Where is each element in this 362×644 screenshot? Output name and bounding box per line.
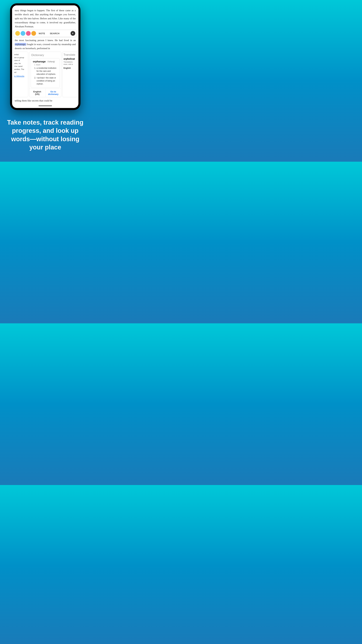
color-blue-button[interactable] bbox=[21, 31, 25, 36]
highlight-toolbar: NOTE SEARCH bbox=[14, 30, 77, 37]
dictionary-def-2: <archaic> the state or condition of bein… bbox=[36, 76, 58, 85]
tagline-text: Take notes, track reading progress, and … bbox=[5, 118, 85, 152]
panels-row: ential ion or group care of who, for t b… bbox=[12, 52, 78, 98]
left-panel: ential ion or group care of who, for t b… bbox=[13, 52, 28, 97]
translate-language-button[interactable]: English bbox=[63, 67, 76, 69]
book-text-middle: the most fascinating person I knew. He h… bbox=[12, 38, 78, 50]
dictionary-panel: Dictionary orphanage /'ôrfenij/ I. noun … bbox=[29, 52, 61, 97]
book-text-before-highlight: the most fascinating person I knew. He h… bbox=[15, 39, 76, 42]
highlighted-word[interactable]: orphanage, bbox=[15, 43, 26, 46]
color-yellow-button[interactable] bbox=[15, 31, 20, 36]
phone-container: nary things began to happen. The first o… bbox=[0, 0, 90, 110]
note-button[interactable]: NOTE bbox=[37, 32, 47, 36]
dictionary-def-1: a residential institution for the care a… bbox=[36, 66, 58, 76]
book-text-top: nary things began to happen. The first o… bbox=[12, 5, 78, 28]
svg-marker-0 bbox=[72, 33, 73, 34]
left-panel-text: ential ion or group care of who, for t b… bbox=[14, 53, 27, 74]
translations-description: Translations more, visit w bbox=[63, 61, 76, 66]
translated-word: orphelinat bbox=[63, 58, 76, 60]
dictionary-language-button[interactable]: English (US) bbox=[29, 89, 45, 97]
phone-bottom-bar bbox=[12, 105, 78, 108]
dictionary-pronunciation: /'ôrfenij/ bbox=[47, 60, 55, 63]
home-indicator bbox=[38, 106, 52, 106]
more-options-button[interactable] bbox=[70, 31, 75, 36]
dictionary-pos: I. noun bbox=[34, 64, 58, 66]
go-to-dictionary-button[interactable]: Go to dictionary bbox=[45, 89, 61, 97]
book-text-bottom: telling them like secrets that could be bbox=[12, 98, 78, 105]
dictionary-word-line: orphanage /'ôrfenij/ bbox=[33, 60, 58, 63]
phone-frame: nary things began to happen. The first o… bbox=[10, 3, 80, 110]
phone-screen: nary things began to happen. The first o… bbox=[12, 5, 78, 108]
dictionary-header: Dictionary bbox=[29, 52, 61, 58]
dictionary-word: orphanage bbox=[33, 60, 46, 63]
color-orange-button[interactable] bbox=[31, 31, 36, 36]
color-pink-button[interactable] bbox=[26, 31, 31, 36]
tagline-section: Take notes, track reading progress, and … bbox=[0, 110, 90, 162]
translate-panel: Translate orphelinat Translations more, … bbox=[62, 52, 77, 97]
dictionary-footer: English (US) Go to dictionary bbox=[29, 88, 61, 97]
dictionary-entry: orphanage /'ôrfenij/ I. noun a residenti… bbox=[31, 58, 60, 88]
dictionary-definitions: a residential institution for the care a… bbox=[33, 66, 58, 85]
wikipedia-link[interactable]: to Wikipedia bbox=[14, 75, 27, 77]
search-button[interactable]: SEARCH bbox=[48, 32, 61, 36]
translate-header: Translate bbox=[63, 53, 76, 56]
